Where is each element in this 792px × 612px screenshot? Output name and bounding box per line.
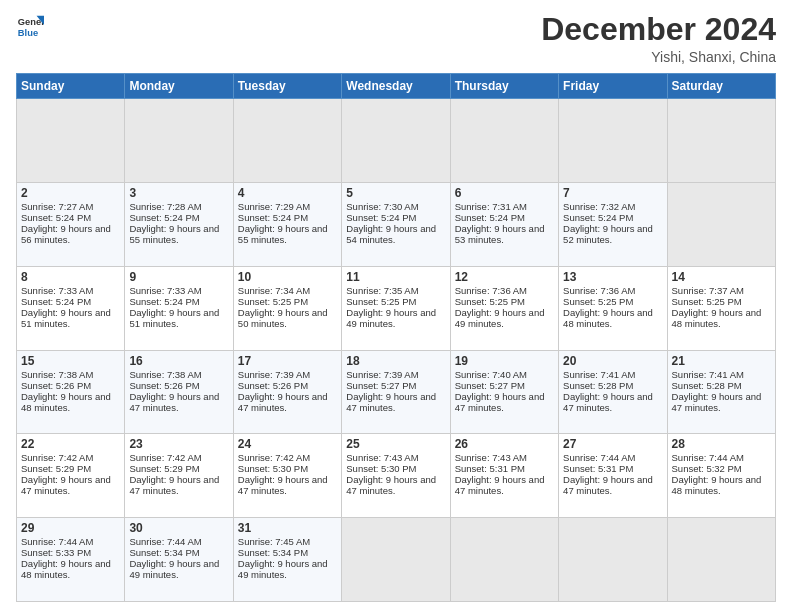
table-row [17, 99, 125, 183]
daylight: Daylight: 9 hours and 47 minutes. [672, 391, 762, 413]
daylight: Daylight: 9 hours and 50 minutes. [238, 307, 328, 329]
table-row [559, 99, 667, 183]
sunset: Sunset: 5:27 PM [455, 380, 525, 391]
month-title: December 2024 [541, 12, 776, 47]
table-row: 23Sunrise: 7:42 AMSunset: 5:29 PMDayligh… [125, 434, 233, 518]
daylight: Daylight: 9 hours and 48 minutes. [21, 558, 111, 580]
daylight: Daylight: 9 hours and 51 minutes. [21, 307, 111, 329]
sunrise: Sunrise: 7:38 AM [129, 369, 201, 380]
daylight: Daylight: 9 hours and 48 minutes. [672, 474, 762, 496]
day-number: 15 [21, 354, 120, 368]
sunset: Sunset: 5:26 PM [238, 380, 308, 391]
sunset: Sunset: 5:28 PM [672, 380, 742, 391]
table-row: 11Sunrise: 7:35 AMSunset: 5:25 PMDayligh… [342, 266, 450, 350]
day-number: 25 [346, 437, 445, 451]
table-row: 4Sunrise: 7:29 AMSunset: 5:24 PMDaylight… [233, 182, 341, 266]
daylight: Daylight: 9 hours and 47 minutes. [346, 474, 436, 496]
table-row: 25Sunrise: 7:43 AMSunset: 5:30 PMDayligh… [342, 434, 450, 518]
day-number: 8 [21, 270, 120, 284]
table-row: 5Sunrise: 7:30 AMSunset: 5:24 PMDaylight… [342, 182, 450, 266]
header-row: Sunday Monday Tuesday Wednesday Thursday… [17, 74, 776, 99]
sunset: Sunset: 5:29 PM [129, 463, 199, 474]
table-row: 19Sunrise: 7:40 AMSunset: 5:27 PMDayligh… [450, 350, 558, 434]
sunrise: Sunrise: 7:43 AM [346, 452, 418, 463]
day-number: 24 [238, 437, 337, 451]
day-number: 31 [238, 521, 337, 535]
sunrise: Sunrise: 7:42 AM [238, 452, 310, 463]
day-number: 4 [238, 186, 337, 200]
sunset: Sunset: 5:25 PM [455, 296, 525, 307]
sunrise: Sunrise: 7:27 AM [21, 201, 93, 212]
daylight: Daylight: 9 hours and 55 minutes. [129, 223, 219, 245]
table-row [342, 518, 450, 602]
daylight: Daylight: 9 hours and 47 minutes. [346, 391, 436, 413]
daylight: Daylight: 9 hours and 47 minutes. [21, 474, 111, 496]
table-row: 2Sunrise: 7:27 AMSunset: 5:24 PMDaylight… [17, 182, 125, 266]
table-row: 8Sunrise: 7:33 AMSunset: 5:24 PMDaylight… [17, 266, 125, 350]
sunset: Sunset: 5:31 PM [563, 463, 633, 474]
col-thursday: Thursday [450, 74, 558, 99]
daylight: Daylight: 9 hours and 49 minutes. [455, 307, 545, 329]
table-row: 31Sunrise: 7:45 AMSunset: 5:34 PMDayligh… [233, 518, 341, 602]
sunrise: Sunrise: 7:31 AM [455, 201, 527, 212]
table-row [559, 518, 667, 602]
daylight: Daylight: 9 hours and 47 minutes. [238, 474, 328, 496]
calendar-header: Sunday Monday Tuesday Wednesday Thursday… [17, 74, 776, 99]
col-monday: Monday [125, 74, 233, 99]
calendar-table: Sunday Monday Tuesday Wednesday Thursday… [16, 73, 776, 602]
sunset: Sunset: 5:34 PM [129, 547, 199, 558]
day-number: 27 [563, 437, 662, 451]
logo: General Blue [16, 12, 44, 40]
daylight: Daylight: 9 hours and 53 minutes. [455, 223, 545, 245]
calendar-week-4: 22Sunrise: 7:42 AMSunset: 5:29 PMDayligh… [17, 434, 776, 518]
sunrise: Sunrise: 7:33 AM [129, 285, 201, 296]
sunrise: Sunrise: 7:35 AM [346, 285, 418, 296]
calendar-week-2: 8Sunrise: 7:33 AMSunset: 5:24 PMDaylight… [17, 266, 776, 350]
day-number: 11 [346, 270, 445, 284]
day-number: 16 [129, 354, 228, 368]
table-row: 21Sunrise: 7:41 AMSunset: 5:28 PMDayligh… [667, 350, 775, 434]
sunset: Sunset: 5:24 PM [129, 296, 199, 307]
table-row [342, 99, 450, 183]
day-number: 19 [455, 354, 554, 368]
sunset: Sunset: 5:32 PM [672, 463, 742, 474]
daylight: Daylight: 9 hours and 47 minutes. [563, 391, 653, 413]
sunset: Sunset: 5:26 PM [21, 380, 91, 391]
sunset: Sunset: 5:34 PM [238, 547, 308, 558]
sunset: Sunset: 5:25 PM [346, 296, 416, 307]
col-tuesday: Tuesday [233, 74, 341, 99]
sunset: Sunset: 5:25 PM [238, 296, 308, 307]
table-row: 24Sunrise: 7:42 AMSunset: 5:30 PMDayligh… [233, 434, 341, 518]
table-row: 6Sunrise: 7:31 AMSunset: 5:24 PMDaylight… [450, 182, 558, 266]
table-row: 30Sunrise: 7:44 AMSunset: 5:34 PMDayligh… [125, 518, 233, 602]
table-row [125, 99, 233, 183]
table-row [450, 518, 558, 602]
table-row: 3Sunrise: 7:28 AMSunset: 5:24 PMDaylight… [125, 182, 233, 266]
sunset: Sunset: 5:25 PM [672, 296, 742, 307]
table-row [667, 518, 775, 602]
sunrise: Sunrise: 7:36 AM [455, 285, 527, 296]
sunrise: Sunrise: 7:44 AM [21, 536, 93, 547]
logo-icon: General Blue [16, 12, 44, 40]
calendar-page: General Blue December 2024 Yishi, Shanxi… [0, 0, 792, 612]
sunrise: Sunrise: 7:32 AM [563, 201, 635, 212]
table-row: 9Sunrise: 7:33 AMSunset: 5:24 PMDaylight… [125, 266, 233, 350]
calendar-body: 2Sunrise: 7:27 AMSunset: 5:24 PMDaylight… [17, 99, 776, 602]
day-number: 10 [238, 270, 337, 284]
table-row: 18Sunrise: 7:39 AMSunset: 5:27 PMDayligh… [342, 350, 450, 434]
table-row: 16Sunrise: 7:38 AMSunset: 5:26 PMDayligh… [125, 350, 233, 434]
table-row: 17Sunrise: 7:39 AMSunset: 5:26 PMDayligh… [233, 350, 341, 434]
day-number: 28 [672, 437, 771, 451]
sunrise: Sunrise: 7:37 AM [672, 285, 744, 296]
daylight: Daylight: 9 hours and 55 minutes. [238, 223, 328, 245]
sunset: Sunset: 5:24 PM [238, 212, 308, 223]
sunset: Sunset: 5:24 PM [21, 212, 91, 223]
svg-text:Blue: Blue [18, 28, 38, 38]
sunset: Sunset: 5:24 PM [455, 212, 525, 223]
day-number: 7 [563, 186, 662, 200]
sunrise: Sunrise: 7:40 AM [455, 369, 527, 380]
sunrise: Sunrise: 7:39 AM [346, 369, 418, 380]
sunrise: Sunrise: 7:33 AM [21, 285, 93, 296]
sunset: Sunset: 5:26 PM [129, 380, 199, 391]
table-row: 13Sunrise: 7:36 AMSunset: 5:25 PMDayligh… [559, 266, 667, 350]
